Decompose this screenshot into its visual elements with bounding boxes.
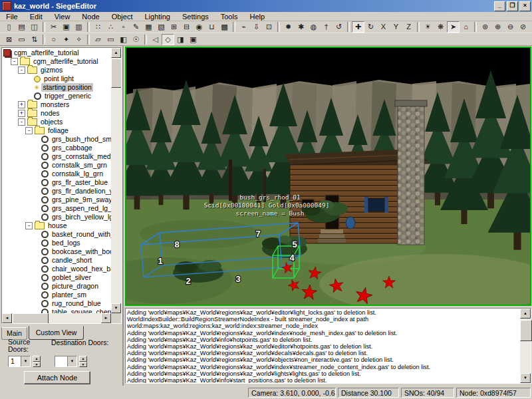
title-bar[interactable]: kaz_world - SiegeEditor _ ❐ ×: [0, 0, 532, 12]
attach-node-button[interactable]: Attach Node: [24, 371, 90, 384]
lasso-button[interactable]: ↺: [332, 21, 345, 33]
expander-expand-icon[interactable]: +: [18, 101, 25, 108]
query-button[interactable]: ✱: [295, 21, 307, 33]
page-button[interactable]: ▱: [92, 34, 104, 45]
tree-item[interactable]: bookcase_with_books: [2, 247, 111, 256]
sort-button[interactable]: ⇅: [28, 34, 41, 45]
expander-collapse-icon[interactable]: -: [25, 222, 33, 229]
tree-item[interactable]: grs_birch_yellow_lg_sw: [2, 213, 111, 221]
tree-item[interactable]: cgm_afterlife_tutorial: [2, 49, 111, 57]
tree-item[interactable]: grs_pine_9m_sway: [2, 196, 111, 204]
tree-vertical-scrollbar[interactable]: ▲ ▼: [111, 48, 121, 313]
restore-button[interactable]: ❐: [507, 1, 518, 11]
loot-button[interactable]: ◍: [307, 21, 320, 33]
projector-button[interactable]: ▭: [15, 34, 28, 45]
bomb-button[interactable]: ✹: [282, 21, 295, 33]
copy-node-button[interactable]: ⊞: [168, 21, 180, 33]
tree-item[interactable]: grs_flr_aster_blue: [2, 178, 111, 187]
tub-button[interactable]: ⊔: [205, 21, 218, 33]
tree-item[interactable]: -cgm_afterlife_tutorial: [2, 57, 111, 66]
tree-horizontal-scrollbar[interactable]: ◄ ►: [2, 313, 111, 323]
sword-button[interactable]: †: [320, 21, 332, 33]
tree-item[interactable]: grs_cabbage: [2, 144, 111, 152]
tree-item[interactable]: grs_cornstalk_med_grn: [2, 152, 111, 161]
minimize-button[interactable]: _: [494, 1, 505, 11]
tree-item[interactable]: chair_wood_hex_back: [2, 265, 111, 273]
cursor-button[interactable]: ➤: [447, 21, 460, 33]
tree-item[interactable]: grs_flr_dandelion_yllw: [2, 187, 111, 196]
paint-button[interactable]: ✎: [130, 21, 142, 33]
scroll-down-icon[interactable]: ▼: [520, 373, 531, 383]
menu-file[interactable]: File: [0, 13, 24, 21]
copy-button[interactable]: ▣: [60, 21, 72, 33]
circle-button[interactable]: ○: [47, 34, 60, 45]
scroll-down-icon[interactable]: ▼: [111, 303, 121, 313]
flashlight-button[interactable]: ✦: [60, 34, 72, 45]
tree-item[interactable]: grs_bush_rhod_sm: [2, 135, 111, 144]
expander-collapse-icon[interactable]: -: [11, 58, 18, 65]
destination-doors-select[interactable]: ▼: [55, 356, 77, 367]
tab-custom-view[interactable]: Custom View: [29, 326, 84, 340]
scroll-left-icon[interactable]: ◄: [2, 313, 12, 323]
tree-item[interactable]: rug_round_blue: [2, 299, 111, 308]
source-doors-select[interactable]: 1 ▼: [8, 356, 31, 367]
node-mesh-button[interactable]: ▦: [142, 21, 155, 33]
scroll-up-icon[interactable]: ▲: [520, 309, 531, 319]
close-button[interactable]: ×: [519, 1, 531, 11]
viewport-3d[interactable]: 1 2 3 4 5 7 8 bush_grs_rhod_01 Scid[0x00…: [125, 47, 531, 306]
snap-button[interactable]: ⊡: [263, 21, 275, 33]
tree-item[interactable]: cornstalk_sm_grn: [2, 161, 111, 170]
scrollbar-thumb[interactable]: [13, 313, 49, 324]
tree-item[interactable]: +monsters: [2, 100, 111, 109]
spin-down-icon[interactable]: ▼: [33, 362, 41, 368]
tree-item[interactable]: -house: [2, 221, 111, 230]
tree-item[interactable]: point light: [2, 74, 111, 83]
new-button[interactable]: ▯: [3, 21, 15, 33]
spotlight-button[interactable]: ✧: [72, 34, 85, 45]
menu-view[interactable]: View: [49, 13, 76, 21]
output-console[interactable]: Adding 'world¥maps¥Kaz_World¥regions¥kaz…: [125, 308, 531, 384]
expander-collapse-icon[interactable]: -: [25, 127, 33, 134]
menu-edit[interactable]: Edit: [24, 13, 49, 21]
lock-x-button[interactable]: X: [377, 21, 390, 33]
tree-item[interactable]: basket_round_with_lid: [2, 230, 111, 239]
tree-item[interactable]: grs_aspen_red_lg_sway: [2, 204, 111, 213]
spin-down-icon[interactable]: ▼: [79, 362, 87, 368]
bulb-button[interactable]: ☉: [130, 34, 142, 45]
tree-item[interactable]: candle_short: [2, 256, 111, 265]
cut-button[interactable]: ✂: [47, 21, 60, 33]
menu-node[interactable]: Node: [76, 13, 105, 21]
cone-button[interactable]: ◁: [149, 34, 162, 45]
expander-collapse-icon[interactable]: -: [18, 118, 25, 126]
light-c-button[interactable]: ⊖: [504, 21, 517, 33]
rotate-button[interactable]: ↻: [364, 21, 377, 33]
gas-edit-button[interactable]: ∷: [92, 21, 104, 33]
open-button[interactable]: ▤: [15, 21, 28, 33]
tree-item[interactable]: +nodes: [2, 109, 111, 118]
dropdown-arrow-icon[interactable]: ▼: [67, 356, 76, 366]
expander-expand-icon[interactable]: +: [18, 110, 25, 117]
light-a-button[interactable]: ⊛: [479, 21, 491, 33]
gas-template-button[interactable]: ∴: [104, 21, 117, 33]
cubes-button[interactable]: ◧: [117, 34, 130, 45]
cubes2-button[interactable]: ◨: [174, 34, 187, 45]
lock-y-button[interactable]: Y: [390, 21, 402, 33]
dropdown-arrow-icon[interactable]: ▼: [21, 356, 30, 366]
spin-up-icon[interactable]: ▲: [79, 356, 87, 362]
light-d-button[interactable]: ⊘: [517, 21, 529, 33]
scroll-right-icon[interactable]: ►: [101, 313, 111, 323]
scrollbar-thumb[interactable]: [520, 320, 532, 341]
record-button[interactable]: ◉: [193, 21, 205, 33]
eraser-button[interactable]: ▭: [104, 34, 117, 45]
unlink-camera-button[interactable]: ⊠: [3, 34, 15, 45]
scrollbar-thumb[interactable]: [111, 59, 122, 88]
tree-item[interactable]: -gizmos: [2, 66, 111, 74]
menu-help[interactable]: Help: [243, 13, 271, 21]
lock-z-button[interactable]: Z: [402, 21, 415, 33]
move-button[interactable]: ✚: [352, 21, 364, 33]
tree-item[interactable]: table_square_cherry_: [2, 308, 111, 313]
console-scrollbar[interactable]: ▲ ▼: [520, 309, 531, 383]
grab-button[interactable]: ⌁: [237, 21, 250, 33]
tree-item[interactable]: cornstalk_lg_grn: [2, 170, 111, 178]
diamond-button[interactable]: ◇: [162, 34, 174, 45]
